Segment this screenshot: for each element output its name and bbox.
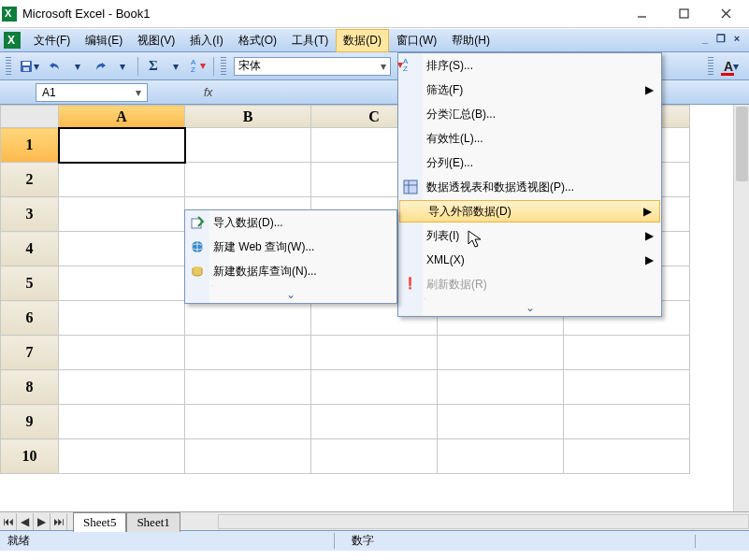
maximize-button[interactable] [663, 1, 705, 27]
cell[interactable] [311, 370, 438, 405]
row-header-5[interactable]: 5 [1, 266, 59, 301]
menu-expand-chevron[interactable]: ⌄ [398, 301, 661, 316]
cell[interactable] [185, 370, 311, 405]
app-icon[interactable] [4, 32, 21, 49]
horizontal-scrollbar[interactable] [218, 514, 749, 529]
cell[interactable] [438, 405, 564, 439]
menu-sort[interactable]: 排序(S)... [398, 53, 661, 78]
svg-rect-4 [404, 180, 417, 194]
cell[interactable] [59, 197, 185, 232]
cell[interactable] [185, 405, 311, 439]
toolbar-grip[interactable] [221, 57, 226, 76]
undo-dd[interactable]: ▾ [67, 56, 88, 77]
cell[interactable] [185, 336, 311, 370]
cell[interactable] [311, 405, 438, 439]
menu-edit[interactable]: 编辑(E) [78, 29, 130, 52]
window-title: Microsoft Excel - Book1 [22, 7, 621, 21]
cell[interactable] [59, 301, 185, 336]
status-numlock: 数字 [334, 533, 391, 549]
menu-help[interactable]: 帮助(H) [444, 29, 497, 52]
toolbar-grip[interactable] [6, 57, 11, 76]
menu-validation[interactable]: 有效性(L)... [398, 126, 661, 151]
select-all-corner[interactable] [1, 106, 59, 128]
menu-data[interactable]: 数据(D) [336, 29, 389, 52]
save-button[interactable]: ▾ [15, 56, 43, 77]
sheet-tab-sheet1[interactable]: Sheet1 [126, 512, 180, 532]
cell[interactable] [564, 370, 690, 405]
close-button[interactable] [705, 1, 747, 27]
cell[interactable] [59, 439, 185, 474]
autosum-button[interactable]: Σ [143, 56, 164, 77]
cell[interactable] [185, 301, 311, 336]
font-selector[interactable]: 宋体 ▾ [234, 57, 391, 76]
tab-nav-last[interactable]: ⏭ [50, 513, 67, 530]
name-box[interactable]: A1 ▾ [36, 83, 148, 102]
toolbar-grip[interactable] [708, 57, 713, 76]
cell[interactable] [438, 370, 564, 405]
menu-text-to-columns[interactable]: 分列(E)... [398, 151, 661, 175]
menu-import-external[interactable]: 导入外部数据(D)▶ [399, 200, 660, 223]
row-header-7[interactable]: 7 [1, 336, 59, 370]
submenu-new-web-query[interactable]: 新建 Web 查询(W)... [185, 235, 396, 259]
cell[interactable] [59, 336, 185, 370]
submenu-new-db-query[interactable]: 新建数据库查询(N)... [185, 259, 396, 283]
undo-button[interactable] [45, 56, 65, 77]
menu-tools[interactable]: 工具(T) [284, 29, 336, 52]
mdi-minimize[interactable]: _ [699, 33, 712, 46]
tab-nav-next[interactable]: ▶ [34, 513, 50, 530]
row-header-3[interactable]: 3 [1, 197, 59, 232]
row-header-9[interactable]: 9 [1, 405, 59, 439]
cell[interactable] [185, 163, 311, 197]
cell-A1[interactable] [59, 128, 185, 163]
col-header-B[interactable]: B [185, 106, 311, 128]
cell[interactable] [59, 232, 185, 266]
menu-view[interactable]: 视图(V) [130, 29, 182, 52]
menu-pivot[interactable]: 数据透视表和数据透视图(P)... [398, 175, 661, 199]
cell[interactable] [185, 439, 311, 474]
row-header-8[interactable]: 8 [1, 370, 59, 405]
menu-xml[interactable]: XML(X)▶ [398, 248, 661, 272]
menu-filter[interactable]: 筛选(F)▶ [398, 78, 661, 102]
menu-format[interactable]: 格式(O) [231, 29, 284, 52]
scroll-thumb[interactable] [736, 107, 748, 181]
cell[interactable] [59, 266, 185, 301]
submenu-arrow-icon: ▶ [645, 229, 654, 242]
tab-nav-prev[interactable]: ◀ [17, 513, 34, 530]
row-header-4[interactable]: 4 [1, 232, 59, 266]
minimize-button[interactable] [621, 1, 663, 27]
cell[interactable] [59, 163, 185, 197]
cell[interactable] [59, 405, 185, 439]
cell[interactable] [564, 405, 690, 439]
menu-window[interactable]: 窗口(W) [389, 29, 444, 52]
mdi-close[interactable]: × [730, 33, 743, 46]
cell[interactable] [59, 370, 185, 405]
tab-nav-first[interactable]: ⏮ [0, 513, 17, 530]
cell[interactable] [564, 439, 690, 474]
vertical-scrollbar[interactable] [733, 105, 749, 511]
cell[interactable] [311, 336, 438, 370]
cell[interactable] [564, 336, 690, 370]
redo-button[interactable] [90, 56, 110, 77]
cell[interactable] [438, 336, 564, 370]
menu-expand-chevron[interactable]: ⌄ [185, 288, 396, 303]
menu-insert[interactable]: 插入(I) [182, 29, 230, 52]
row-header-2[interactable]: 2 [1, 163, 59, 197]
col-header-A[interactable]: A [59, 106, 185, 128]
row-header-6[interactable]: 6 [1, 301, 59, 336]
fx-label[interactable]: fx [204, 86, 212, 99]
submenu-import-data[interactable]: 导入数据(D)... [185, 210, 396, 235]
sort-asc-button[interactable] [188, 56, 209, 77]
cell[interactable] [438, 439, 564, 474]
cell[interactable] [185, 128, 311, 163]
font-color-button[interactable]: A ▾ [717, 56, 745, 77]
row-header-1[interactable]: 1 [1, 128, 59, 163]
menu-subtotal[interactable]: 分类汇总(B)... [398, 102, 661, 126]
redo-dd[interactable]: ▾ [112, 56, 133, 77]
menu-list[interactable]: 列表(I)▶ [398, 223, 661, 248]
cell[interactable] [311, 439, 438, 474]
mdi-restore[interactable]: ❐ [714, 33, 727, 46]
menu-file[interactable]: 文件(F) [26, 29, 78, 52]
sheet-tab-sheet5[interactable]: Sheet5 [73, 512, 126, 532]
autosum-dd[interactable]: ▾ [166, 56, 186, 77]
row-header-10[interactable]: 10 [1, 439, 59, 474]
